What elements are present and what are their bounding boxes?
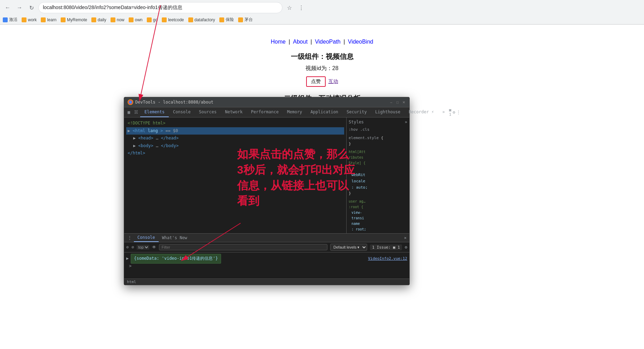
body-tag: <body> [138,143,153,148]
devtools-more-icon[interactable]: ⋮ [456,110,461,115]
tab-recorder[interactable]: Recorder ⚡ [404,107,438,117]
bookmark-label-learn: learn [47,17,56,22]
hover-selector: :hov .cls [349,127,370,132]
bookmark-own[interactable]: own [129,17,143,22]
bookmark-datafactory[interactable]: datafactory [188,17,215,22]
tab-performance[interactable]: Performance [247,107,283,117]
bookmark-icon-now [111,17,115,22]
tab-whatsnew[interactable]: What's New [159,234,191,242]
nav-links: Home | About | VideoPath | VideoBind [7,39,637,45]
bookmark-now[interactable]: now [111,17,124,22]
tab-console-bottom[interactable]: Console [134,234,159,242]
console-settings-icon[interactable]: ⚙ [405,245,407,250]
bookmark-icon-myremote [61,17,66,22]
devtools-device-icon[interactable]: ☵ [132,108,140,116]
minimize-button[interactable]: – [389,100,393,104]
styles-more[interactable]: » [405,120,407,124]
entry-expand[interactable]: ▶ [126,255,129,263]
bookmark-myremote[interactable]: MyRemote [61,17,87,22]
body-tag-close: </body> [161,143,179,148]
tab-elements[interactable]: Elements [140,107,169,117]
bookmark-insurance[interactable]: 保险 [219,17,234,23]
maximize-button[interactable]: □ [395,100,400,104]
console-drag-icon: ⋮ [126,235,134,241]
html-expand[interactable]: ▶ [128,128,130,133]
console-content: ▶ {someData: 'video-info1传递的信息'} VideoIn… [124,252,409,279]
console-panel: ⋮ Console What's New ✕ ⊘ ⊘ top 👁 Default… [124,233,409,279]
nav-sep1: | [289,39,292,45]
menu-button[interactable]: ⋮ [296,3,306,13]
styles-block-html: html[AttributesStyle] { -webRitlocale: a… [349,149,407,197]
root-comment: user ag…:root { [349,199,407,210]
html-tag-close: > [160,128,163,133]
bookmark-work[interactable]: work [22,17,37,22]
back-button[interactable]: ← [3,3,13,13]
tab-network[interactable]: Network [221,107,247,117]
bookmark-激活[interactable]: 激活 [3,17,17,23]
nav-sep3: | [343,39,347,45]
head-tag: <head> [138,136,153,141]
styles-header: Styles » [349,120,407,124]
tab-console[interactable]: Console [169,107,195,117]
bookmark-leetcode[interactable]: leetcode [162,17,184,22]
bookmark-icon-datafactory [188,17,193,22]
forward-button[interactable]: → [15,3,24,13]
browser-chrome: ← → ↻ localhost:8080/video/28/info2?some… [0,0,644,25]
bookmark-icon-own [129,17,134,22]
console-eye-icon[interactable]: 👁 [152,245,156,250]
bookmark-icon-insurance [219,17,224,22]
refresh-button[interactable]: ↻ [26,3,36,13]
body-expand[interactable]: ▶ [133,143,136,148]
bookmark-label-insurance: 保险 [226,17,234,23]
console-close-button[interactable]: ✕ [403,234,408,242]
console-context-select[interactable]: top [137,245,149,250]
devtools-tabs: ▦ ☵ Elements Console Sources Network Per… [124,107,409,117]
nav-sep2: | [311,39,314,45]
entry-source[interactable]: VideoInfo2.vue:12 [368,255,407,262]
bookmark-maotai[interactable]: 茅台 [238,17,253,23]
devtools-inspector-icon[interactable]: ▦ [126,108,132,116]
nav-home[interactable]: Home [271,39,286,45]
interact-button[interactable]: 互动 [328,76,338,87]
address-bar[interactable]: localhost:8080/video/28/info2?someData=v… [38,2,282,13]
bookmark-label-myremote: MyRemote [67,17,87,22]
bookmark-label-go: go [153,17,158,22]
tab-security[interactable]: Security [342,107,371,117]
like-button[interactable]: 点赞 [306,76,326,87]
body-ellipsis: … [156,143,158,148]
tab-application[interactable]: Application [306,107,342,117]
console-level-select[interactable]: Default levels ▾ [330,244,367,251]
tab-sources[interactable]: Sources [195,107,221,117]
html-line[interactable]: ▶ <html lang > == $0 [126,127,344,135]
bookmark-icon-go [147,17,152,22]
tab-more[interactable]: » [438,107,449,117]
bookmark-go[interactable]: go [147,17,158,22]
nav-videopath[interactable]: VideoPath [315,39,341,45]
bookmark-bar: 激活 work learn MyRemote daily now own go [0,15,644,24]
devtools-settings-icon[interactable]: ⚙ [453,110,455,115]
body-line: ▶ <body> … </body> [126,142,344,150]
bookmark-icon-maotai [238,17,243,22]
devtools-title-left: DevTools - localhost:8080/about [128,99,213,105]
tab-lighthouse[interactable]: Lighthouse [371,107,404,117]
html-lang-attr: lang [148,128,158,133]
styles-block-hover: :hov .cls [349,127,407,133]
console-issue-badge[interactable]: 1 Issue: ▣ 1 [370,244,402,250]
bookmark-learn[interactable]: learn [41,17,56,22]
console-clear-icon[interactable]: ⊘ [131,245,134,250]
nav-videobind[interactable]: VideoBind [348,39,373,45]
devtools-badge: ▣ 1 [449,108,452,117]
bookmark-label-now: now [117,17,124,22]
star-button[interactable]: ☆ [285,3,294,13]
bookmark-daily[interactable]: daily [91,17,106,22]
styles-title: Styles [349,120,364,124]
head-expand[interactable]: ▶ [133,136,136,141]
tab-memory[interactable]: Memory [283,107,306,117]
styles-block-element: element.style { } [349,135,407,147]
close-button[interactable]: ✕ [402,100,406,104]
prop-webkit: -webRitlocale: auto; [351,167,368,190]
console-tabs: ⋮ Console What's New ✕ [124,234,409,242]
console-filter-input[interactable] [159,244,327,250]
nav-about[interactable]: About [293,39,308,45]
head-ellipsis: … [156,136,158,141]
